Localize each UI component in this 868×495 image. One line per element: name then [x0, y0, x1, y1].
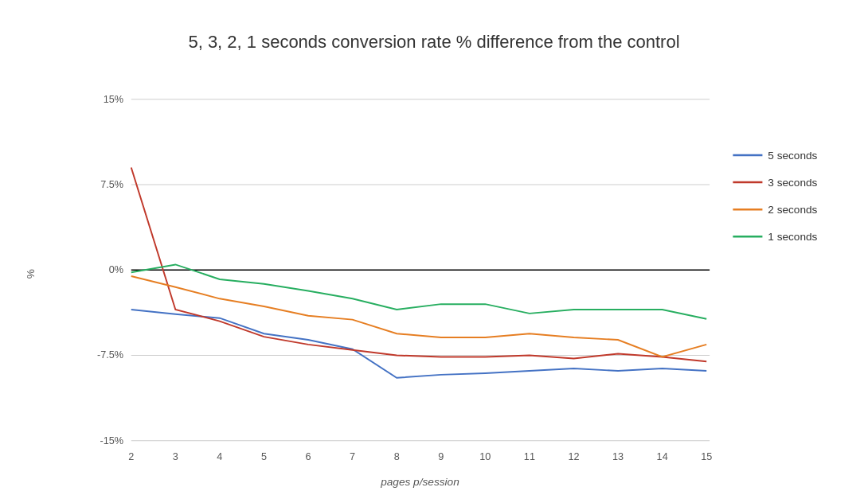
chart-area: 15% 7.5% 0% -7.5% -15% % 2 3 4 5 6 7 8 9… — [0, 60, 868, 495]
y-axis-title: % — [25, 269, 37, 279]
x-label-10: 10 — [479, 451, 491, 462]
x-label-2: 2 — [128, 451, 134, 462]
x-label-3: 3 — [173, 451, 178, 462]
main-chart-svg: 15% 7.5% 0% -7.5% -15% % 2 3 4 5 6 7 8 9… — [0, 60, 868, 495]
legend-label-3: 3 seconds — [768, 177, 817, 189]
x-label-13: 13 — [612, 451, 624, 462]
line-2-seconds — [131, 276, 706, 357]
chart-title: 5, 3, 2, 1 seconds conversion rate % dif… — [188, 32, 679, 53]
x-label-7: 7 — [350, 451, 355, 462]
x-label-6: 6 — [306, 451, 311, 462]
legend-label-5: 5 seconds — [768, 150, 817, 162]
x-label-5: 5 — [261, 451, 267, 462]
line-3-seconds — [131, 168, 706, 362]
x-axis-title: pages p/session — [380, 476, 459, 488]
legend-label-2: 2 seconds — [768, 204, 817, 216]
chart-container: 5, 3, 2, 1 seconds conversion rate % dif… — [0, 0, 868, 495]
x-label-4: 4 — [217, 451, 222, 462]
x-label-15: 15 — [701, 451, 712, 462]
y-label-15: 15% — [104, 94, 123, 105]
y-label-neg15: -15% — [100, 435, 123, 446]
y-label-neg7-5: -7.5% — [97, 349, 123, 361]
x-label-8: 8 — [394, 451, 400, 462]
y-label-0: 0% — [109, 264, 123, 275]
line-1-seconds — [131, 264, 706, 318]
x-label-12: 12 — [568, 451, 579, 462]
x-label-9: 9 — [438, 451, 444, 462]
y-label-7-5: 7.5% — [100, 179, 123, 190]
x-label-11: 11 — [524, 451, 535, 462]
x-label-14: 14 — [657, 451, 668, 462]
legend-label-1: 1 seconds — [768, 231, 817, 243]
line-5-seconds — [131, 310, 706, 378]
